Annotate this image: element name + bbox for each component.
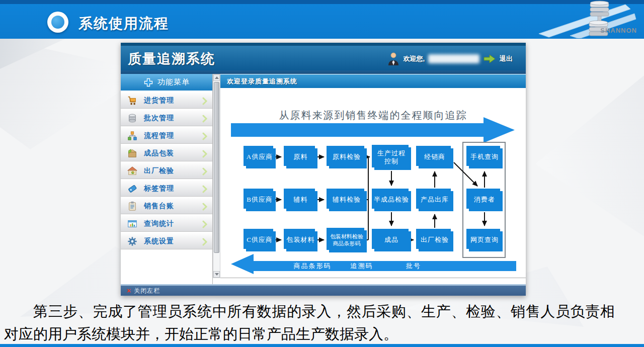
menu-header: 功能菜单 [121, 74, 212, 91]
slide-title: 系统使用流程 [78, 14, 169, 33]
chevron-right-icon [201, 220, 208, 228]
flow-box-raw-material: 原料 [284, 146, 317, 168]
user-area: 欢迎您, 退出 [387, 51, 513, 67]
database-icon [127, 113, 138, 124]
tag-icon [127, 183, 138, 194]
sidebar-item-labels[interactable]: 标签管理 [121, 180, 212, 197]
sidebar-item-batch[interactable]: 批次管理 [121, 110, 212, 126]
chevron-right-icon [201, 185, 208, 193]
sidebar-scrollbar[interactable] [213, 74, 220, 278]
chevron-right-icon [201, 167, 208, 176]
backward-arrow-label-tracecode: 追溯码 [351, 262, 373, 271]
flow-box-aux-material: 辅料 [284, 189, 317, 211]
sidebar-item-label: 出厂检验 [144, 166, 174, 176]
flow-box-finished-product: 成品 [372, 229, 411, 251]
flow-box-raw-inspection: 原料检验 [327, 146, 367, 168]
sidebar-item-purchase[interactable]: 进货管理 [121, 92, 212, 109]
sidebar-item-label: 流程管理 [144, 131, 174, 140]
avatar-icon [387, 52, 399, 66]
sidebar-item-label: 销售台账 [144, 202, 174, 211]
stats-icon [127, 218, 138, 229]
flow-box-product-outbound: 产品出库 [416, 189, 453, 211]
welcome-banner: 欢迎登录质量追溯系统 [220, 74, 526, 88]
flow-icon [127, 130, 138, 141]
slide-footer-strip [0, 344, 644, 347]
chevron-right-icon [201, 132, 208, 140]
sidebar-item-process[interactable]: 流程管理 [121, 127, 212, 144]
menu-header-label: 功能菜单 [157, 77, 190, 87]
chevron-right-icon [201, 203, 208, 211]
cart-icon [127, 95, 138, 106]
app-title: 质量追溯系统 [128, 50, 215, 68]
app-header: 质量追溯系统 欢迎您, 退出 [121, 43, 526, 70]
scrollbar-thumb[interactable] [214, 82, 219, 253]
shannon-logo: SHANNON [534, 1, 642, 38]
home-icon [127, 165, 138, 177]
sidebar-item-label: 成品包装 [144, 149, 174, 158]
slide-caption: 第三步、完成了管理员系统中所有数据的录入，然后采购、生产、检验、销售人员负责相对… [4, 300, 615, 345]
clipboard-icon [127, 201, 138, 212]
chevron-right-icon [201, 150, 208, 158]
chevron-right-icon [201, 97, 208, 105]
sidebar-item-settings[interactable]: 系统设置 [121, 233, 212, 249]
sidebar-item-label: 系统设置 [144, 237, 174, 246]
close-left-panel-bar[interactable]: × 关闭左栏 [121, 284, 526, 296]
backward-arrow-label-barcode: 商品条形码 [294, 262, 332, 271]
close-icon[interactable]: × [127, 287, 131, 294]
flow-box-aux-inspection: 辅料检验 [327, 189, 367, 211]
flow-box-supplier-c: C供应商 [244, 229, 276, 251]
logout-button[interactable]: 退出 [500, 54, 513, 63]
flow-box-supplier-a: A供应商 [244, 146, 276, 168]
backward-arrow-label-lot: 批号 [406, 262, 421, 271]
flow-box-supplier-b: B供应商 [244, 189, 276, 211]
sidebar-item-inspection[interactable]: 出厂检验 [121, 162, 212, 179]
flow-box-consumer: 消费者 [466, 189, 503, 211]
forward-arrow [231, 117, 515, 143]
scroll-down-button[interactable] [213, 271, 220, 278]
flow-box-semi-inspection: 半成品检验 [372, 189, 411, 211]
sidebar: 功能菜单 进货管理 [121, 74, 213, 284]
presentation-slide: 系统使用流程 SHANNON [0, 0, 644, 347]
header-divider-strip [121, 70, 526, 74]
logout-arrow-icon[interactable] [483, 54, 496, 64]
gear-icon [127, 236, 138, 247]
main-content: 欢迎登录质量追溯系统 从原料来源到销售终端的全程顺向追踪 [220, 74, 526, 278]
background-decor [523, 75, 644, 236]
logo-wordmark: SHANNON [600, 27, 637, 34]
flow-box-web-query: 网页查询 [466, 229, 503, 251]
flow-box-dealer: 经销商 [416, 146, 453, 168]
chevron-right-icon [201, 115, 208, 123]
circle-bullet-icon [47, 12, 68, 33]
username-redacted [428, 54, 479, 63]
plus-icon [143, 77, 153, 88]
sidebar-item-packaging[interactable]: 成品包装 [121, 145, 212, 161]
chevron-right-icon [201, 238, 208, 246]
welcome-label: 欢迎您, [403, 54, 425, 63]
flow-box-factory-inspection: 出厂检验 [416, 229, 453, 251]
sidebar-item-label: 查询统计 [144, 219, 174, 228]
flow-box-packing-inspection: 包装材料检验商品条形码 [327, 228, 367, 252]
slide-header: 系统使用流程 SHANNON [0, 0, 644, 39]
app-screenshot-window: 质量追溯系统 欢迎您, 退出 [121, 43, 526, 296]
flow-box-process-control: 生产过程控制 [372, 145, 411, 170]
sidebar-item-label: 标签管理 [144, 184, 174, 193]
scroll-up-button[interactable] [213, 74, 220, 81]
background-decor [0, 39, 65, 69]
sidebar-item-label: 进货管理 [144, 96, 174, 105]
package-icon [127, 148, 138, 159]
traceability-flowchart: 从原料来源到销售终端的全程顺向追踪 [220, 88, 526, 278]
flow-box-packing-material: 包装材料 [284, 229, 317, 251]
sidebar-item-sales-ledger[interactable]: 销售台账 [121, 198, 212, 214]
close-left-panel-label: 关闭左栏 [134, 287, 160, 295]
menu-items: 进货管理 批次管理 [121, 92, 212, 249]
sidebar-item-query-stats[interactable]: 查询统计 [121, 215, 212, 232]
flow-box-phone-query: 手机查询 [466, 146, 503, 168]
sidebar-item-label: 批次管理 [144, 114, 174, 123]
